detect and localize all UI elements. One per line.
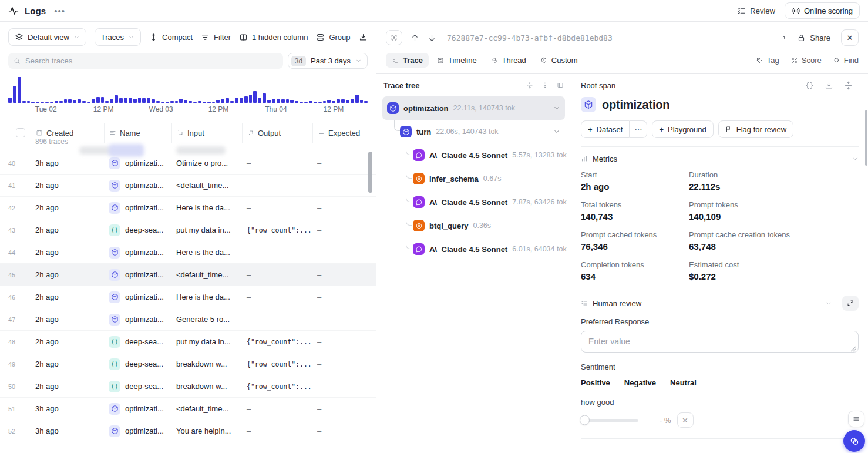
- tab-timeline[interactable]: Timeline: [431, 53, 483, 68]
- histogram-bar: [309, 101, 312, 103]
- trace-span-row[interactable]: btql_query 0.36s: [382, 214, 565, 237]
- tree-more-button[interactable]: [541, 82, 549, 89]
- trace-span-row[interactable]: optimization 22.11s, 140743 tok: [382, 96, 565, 120]
- histogram-bar: [142, 98, 146, 103]
- export-button[interactable]: [359, 33, 368, 42]
- notes-fab-button[interactable]: [848, 411, 864, 427]
- tag-button[interactable]: Tag: [756, 56, 779, 65]
- table-row[interactable]: 49 2h ago ()deep-sea... breakdown w... {…: [0, 353, 376, 375]
- open-in-new-button[interactable]: [779, 34, 786, 41]
- histogram-bar: [78, 99, 81, 103]
- chevron-down-icon: [553, 128, 560, 135]
- column-header-name[interactable]: Name: [104, 123, 171, 143]
- preferred-response-input[interactable]: [581, 331, 859, 353]
- table-row[interactable]: 46 2h ago optimizati... Here is the da..…: [0, 286, 376, 308]
- histogram-bar: [318, 102, 322, 103]
- resize-grip-icon[interactable]: [850, 346, 856, 352]
- clear-score-button[interactable]: ✕: [677, 412, 694, 428]
- column-header-output[interactable]: Output: [242, 123, 312, 143]
- resize-pane-button[interactable]: [844, 81, 853, 90]
- share-button[interactable]: Share: [797, 33, 830, 42]
- time-range-badge: 3d: [291, 56, 306, 66]
- search-input[interactable]: [25, 56, 278, 65]
- sentiment-option-neutral[interactable]: Neutral: [670, 378, 697, 387]
- histogram-bar: [332, 101, 335, 103]
- column-header-input[interactable]: Input: [171, 123, 242, 143]
- prev-trace-button[interactable]: [411, 33, 419, 42]
- assistant-fab-button[interactable]: [843, 430, 865, 452]
- tab-custom[interactable]: Custom: [534, 53, 584, 68]
- compact-button[interactable]: Compact: [149, 33, 193, 42]
- next-trace-button[interactable]: [428, 33, 436, 42]
- table-row[interactable]: 43 2h ago ()deep-sea... put my data in..…: [0, 219, 376, 241]
- focus-trace-button[interactable]: [386, 30, 402, 45]
- close-button[interactable]: ✕: [841, 29, 859, 46]
- column-header-expected[interactable]: Expected: [312, 123, 376, 143]
- sentiment-label: Sentiment: [581, 363, 859, 371]
- cube-icon: [400, 126, 412, 137]
- json-view-button[interactable]: [805, 81, 814, 90]
- add-to-dataset-button[interactable]: +Dataset: [581, 120, 630, 138]
- table-row[interactable]: 47 2h ago optimizati... Generate 5 ro...…: [0, 308, 376, 331]
- hidden-column-button[interactable]: 1 hidden column: [239, 33, 308, 42]
- time-range-select[interactable]: 3d Past 3 days: [288, 53, 368, 69]
- custom-icon: [540, 57, 547, 64]
- review-button[interactable]: Review: [737, 6, 775, 15]
- tab-thread[interactable]: Thread: [485, 53, 532, 68]
- table-row[interactable]: 45 2h ago optimizati... <default_time...…: [0, 264, 376, 286]
- axis-tick-label: Wed 03: [149, 105, 173, 113]
- group-button[interactable]: Group: [316, 33, 350, 42]
- detail-scrollbar[interactable]: [865, 110, 867, 166]
- page-menu-button[interactable]: •••: [52, 5, 68, 17]
- expand-review-button[interactable]: [842, 296, 859, 311]
- sentiment-option-positive[interactable]: Positive: [581, 378, 610, 387]
- trace-span-row[interactable]: A\ Claude 4.5 Sonnet 7.87s, 63426 tok: [382, 190, 565, 214]
- download-span-button[interactable]: [825, 81, 833, 90]
- arrow-down-right-icon: [177, 129, 184, 136]
- histogram-bar: [295, 101, 298, 103]
- histogram-bars: [8, 76, 368, 103]
- traces-histogram[interactable]: Tue 0212 PMWed 0312 PMThu 0412 PM: [8, 75, 368, 115]
- chevron-down-icon: [128, 34, 134, 41]
- score-button[interactable]: Score: [791, 56, 822, 65]
- add-to-playground-button[interactable]: +Playground: [652, 120, 713, 138]
- human-review-section-header[interactable]: Human review: [581, 291, 859, 315]
- table-row[interactable]: 50 2h ago ()deep-sea... breakdown w... {…: [0, 375, 376, 398]
- histogram-bar: [253, 91, 257, 103]
- table-row[interactable]: 52 3h ago optimizati... You are helpin..…: [0, 420, 376, 442]
- tab-trace[interactable]: Trace: [386, 53, 429, 68]
- trace-span-row[interactable]: A\ Claude 4.5 Sonnet 5.57s, 13283 tok: [382, 143, 565, 167]
- trace-span-row[interactable]: turn 22.06s, 140743 tok: [382, 120, 565, 143]
- collapse-all-button[interactable]: [526, 82, 533, 89]
- table-row[interactable]: 41 2h ago optimizati... <default_time...…: [0, 175, 376, 197]
- preferred-response-label: Preferred Response: [581, 317, 859, 326]
- histogram-bar: [36, 102, 39, 103]
- histogram-bar: [327, 100, 331, 103]
- download-icon: [359, 33, 368, 42]
- slider-value: - %: [660, 416, 671, 425]
- panel-toggle-button[interactable]: [557, 82, 564, 89]
- table-row[interactable]: 48 2h ago ()deep-sea... put my data in..…: [0, 331, 376, 353]
- trace-span-row[interactable]: A\ Claude 4.5 Sonnet 6.01s, 64034 tok: [382, 237, 565, 261]
- chat-bubble-icon: [413, 243, 425, 255]
- select-all-checkbox[interactable]: [16, 128, 25, 137]
- filter-button[interactable]: Filter: [201, 33, 231, 42]
- sentiment-option-negative[interactable]: Negative: [624, 378, 656, 387]
- table-scrollbar[interactable]: [368, 152, 372, 193]
- trace-span-row[interactable]: infer_schema 0.67s: [382, 167, 565, 190]
- table-row[interactable]: 42 2h ago optimizati... Here is the da..…: [0, 197, 376, 219]
- flag-for-review-button[interactable]: Flag for review: [718, 120, 793, 138]
- rows-select[interactable]: Traces: [95, 28, 141, 46]
- view-select[interactable]: Default view: [8, 28, 86, 46]
- find-button[interactable]: Find: [833, 56, 859, 65]
- histogram-bar: [314, 102, 317, 103]
- column-header-created[interactable]: Created: [31, 123, 104, 143]
- score-slider[interactable]: [581, 419, 638, 422]
- dataset-more-button[interactable]: ⋯: [630, 120, 647, 138]
- slider-thumb[interactable]: [580, 415, 590, 425]
- table-row[interactable]: 51 3h ago optimizati... <default_time...…: [0, 398, 376, 420]
- metrics-section-header[interactable]: Metrics: [581, 147, 859, 170]
- table-row[interactable]: 44 2h ago optimizati... Here is the da..…: [0, 241, 376, 264]
- online-scoring-button[interactable]: Online scoring: [785, 2, 860, 19]
- histogram-bar: [55, 101, 58, 103]
